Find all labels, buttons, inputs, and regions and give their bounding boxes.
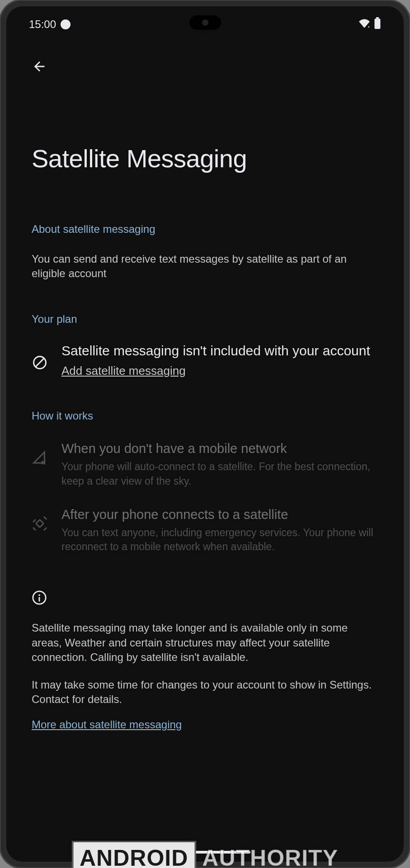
- satellite-icon: [32, 515, 48, 533]
- svg-rect-6: [36, 519, 44, 527]
- screen: 15:00 Satellite Messaging About satellit…: [6, 6, 404, 862]
- section-header-plan: Your plan: [32, 313, 378, 326]
- info-icon: [32, 590, 378, 607]
- more-about-link[interactable]: More about satellite messaging: [32, 718, 182, 731]
- back-button[interactable]: [32, 59, 47, 76]
- svg-point-1: [368, 26, 369, 28]
- how-it-works-item: After your phone connects to a satellite…: [32, 506, 378, 554]
- not-available-icon: [32, 354, 48, 373]
- how-item-title: After your phone connects to a satellite: [61, 506, 378, 524]
- watermark-part1: ANDROID: [72, 841, 196, 868]
- how-item-desc: You can text anyone, including emergency…: [61, 526, 378, 554]
- svg-point-8: [38, 594, 40, 596]
- watermark: ANDROID AUTHORITY: [72, 841, 338, 868]
- svg-line-5: [36, 359, 44, 367]
- page-title: Satellite Messaging: [32, 144, 378, 173]
- add-satellite-messaging-link[interactable]: Add satellite messaging: [61, 364, 186, 378]
- phone-frame: 15:00 Satellite Messaging About satellit…: [0, 0, 410, 868]
- footer-note-2: It may take some time for changes to you…: [32, 678, 378, 707]
- watermark-part2: AUTHORITY: [202, 845, 338, 868]
- camera-cutout: [189, 15, 221, 30]
- status-time: 15:00: [29, 18, 56, 31]
- how-item-title: When you don't have a mobile network: [61, 440, 378, 458]
- plan-status-row: Satellite messaging isn't included with …: [32, 342, 378, 378]
- how-item-desc: Your phone will auto-connect to a satell…: [61, 460, 378, 488]
- user-avatar-icon: [61, 19, 71, 29]
- battery-icon: [374, 17, 381, 32]
- section-header-how: How it works: [32, 410, 378, 422]
- svg-rect-9: [39, 597, 40, 602]
- section-header-about: About satellite messaging: [32, 223, 378, 236]
- plan-status-title: Satellite messaging isn't included with …: [61, 342, 378, 359]
- no-signal-icon: [32, 449, 48, 467]
- footer-note-1: Satellite messaging may take longer and …: [32, 621, 378, 665]
- wifi-icon: [358, 18, 370, 31]
- how-it-works-item: When you don't have a mobile network You…: [32, 440, 378, 488]
- svg-rect-2: [376, 17, 379, 19]
- svg-rect-3: [375, 19, 381, 29]
- about-body-text: You can send and receive text messages b…: [32, 252, 378, 281]
